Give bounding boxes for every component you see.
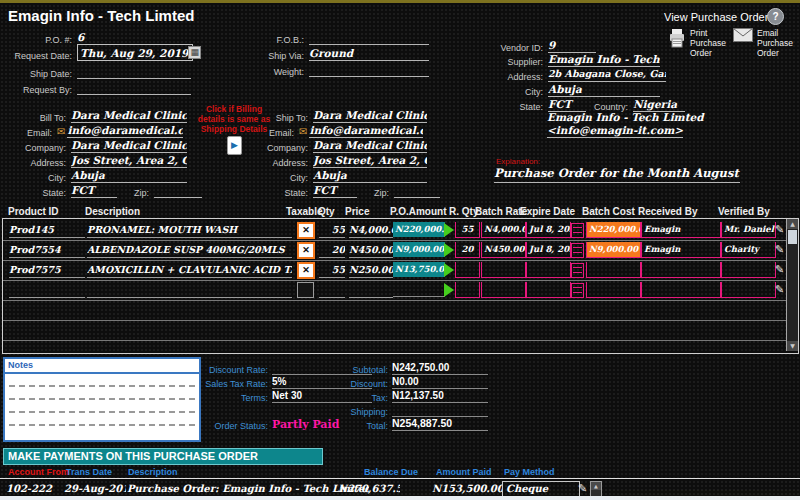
request-date-field[interactable]: Thu, Aug 29, 2019 ▦	[77, 44, 193, 61]
ship-to-name-field[interactable]: Dara Medical Clinic	[313, 108, 427, 123]
ship-company-field[interactable]: Dara Medical Clinic	[313, 138, 427, 153]
ship-via-field[interactable]: Ground	[309, 46, 429, 61]
description-field[interactable]: AMOXICILLIN + CLAVULANIC ACID TAB 625MG	[87, 263, 292, 278]
batch-rate-field[interactable]	[481, 282, 526, 298]
price-field[interactable]	[349, 283, 393, 298]
calendar-icon[interactable]	[571, 243, 584, 258]
bill-city-field[interactable]: Abuja	[71, 168, 187, 183]
vendor-city-field[interactable]: Abuja	[548, 82, 660, 97]
receive-arrow-icon[interactable]	[444, 223, 454, 237]
received-qty-field[interactable]	[455, 282, 480, 298]
ship-zip-field[interactable]	[394, 183, 440, 198]
receive-arrow-icon[interactable]	[444, 263, 454, 277]
bill-zip-field[interactable]	[154, 183, 202, 198]
product-id-field[interactable]: Prod145	[9, 223, 85, 238]
view-purchase-order-link[interactable]: View Purchase Order	[664, 11, 768, 23]
taxable-checkbox[interactable]	[297, 282, 314, 298]
price-field[interactable]: N250.00	[349, 263, 393, 278]
bill-state-field[interactable]: FCT	[71, 183, 117, 198]
ship-address-field[interactable]: Jos Street, Area 2, Garki	[313, 153, 427, 168]
trans-date-field[interactable]: 29-Aug-2019	[64, 482, 126, 497]
qty-field[interactable]: 55	[319, 223, 345, 238]
qty-field[interactable]: 20	[319, 243, 345, 258]
product-id-field[interactable]: Prod7554	[9, 243, 85, 258]
description-field[interactable]: PRONAMEL: MOUTH WASH	[87, 223, 292, 238]
mail-icon[interactable]: ✉	[299, 126, 309, 138]
qty-field[interactable]: 55	[319, 263, 345, 278]
vendor-country-field[interactable]: Nigeria	[633, 97, 685, 112]
supplier-field[interactable]: Emagin Info - Tech Limted	[548, 52, 660, 67]
price-field[interactable]: N4,000.00	[349, 223, 393, 238]
ship-state-field[interactable]: FCT	[313, 183, 357, 198]
qty-field[interactable]	[319, 283, 345, 298]
help-icon[interactable]: ?	[767, 8, 784, 25]
weight-field[interactable]	[309, 62, 429, 77]
bill-address-field[interactable]: Jos Street, Area 2, Garki	[71, 153, 187, 168]
ship-date-field[interactable]	[77, 64, 191, 79]
expire-date-field[interactable]	[526, 282, 571, 298]
scrollbar-thumb[interactable]	[788, 230, 797, 244]
received-qty-field[interactable]	[455, 262, 480, 278]
received-by-field[interactable]: Emagin	[641, 242, 721, 258]
print-purchase-order-button[interactable]: Print Purchase Order	[668, 28, 730, 58]
verified-by-field[interactable]: Mr. Daniel	[721, 222, 776, 238]
vendor-address-field[interactable]: 2b Abagana Close, Garki II, Garki	[548, 67, 666, 82]
calendar-icon[interactable]: ▦	[188, 46, 201, 59]
price-field[interactable]: N450.00	[349, 243, 393, 258]
expire-date-field[interactable]	[526, 262, 571, 278]
account-from-field[interactable]: 102-222	[6, 482, 61, 497]
calendar-icon[interactable]	[571, 263, 584, 278]
copy-billing-button[interactable]: ▶	[227, 136, 242, 155]
receive-arrow-icon[interactable]	[444, 283, 454, 297]
ship-email-field[interactable]: info@daramedical.com	[309, 123, 423, 138]
vendor-state-field[interactable]: FCT	[548, 97, 586, 112]
batch-rate-field[interactable]: N4,000.00	[481, 222, 526, 238]
product-id-field[interactable]: Prod7575	[9, 263, 85, 278]
received-by-field[interactable]: Emagin	[641, 222, 721, 238]
scroll-up-icon[interactable]: ▲	[591, 482, 601, 490]
table-scrollbar[interactable]: ▲ ▼	[786, 219, 798, 351]
description-field[interactable]: ALBENDAZOLE SUSP 400MG/20MLS	[87, 243, 292, 258]
bill-company-field[interactable]: Dara Medical Clinic	[71, 138, 187, 153]
notes-box[interactable]: Notes	[3, 357, 201, 442]
bill-to-name-field[interactable]: Dara Medical Clinic	[71, 108, 187, 123]
receive-arrow-icon[interactable]	[444, 243, 454, 257]
edit-pencil-icon[interactable]: ✎	[775, 263, 784, 277]
verified-by-field[interactable]	[721, 262, 776, 278]
taxable-checkbox[interactable]: ✕	[297, 242, 315, 259]
edit-pencil-icon[interactable]: ✎	[775, 243, 784, 257]
batch-cost-field[interactable]	[586, 282, 641, 298]
scroll-up-icon[interactable]: ▲	[787, 219, 798, 229]
batch-rate-field[interactable]: N450.00	[481, 242, 526, 258]
payment-description-field[interactable]: Purchase Order: Emagin Info - Tech Limte…	[127, 482, 369, 497]
received-by-field[interactable]	[641, 282, 721, 298]
received-by-field[interactable]	[641, 262, 721, 278]
calendar-icon[interactable]	[571, 223, 584, 238]
received-qty-field[interactable]: 55	[455, 222, 480, 238]
po-number-field[interactable]: 6	[77, 30, 191, 45]
verified-by-field[interactable]	[721, 282, 776, 298]
edit-pencil-icon[interactable]: ✎	[775, 283, 784, 297]
fob-field[interactable]	[309, 30, 429, 45]
received-qty-field[interactable]: 20	[455, 242, 480, 258]
shipping-field[interactable]	[392, 403, 488, 417]
calendar-icon[interactable]	[571, 283, 584, 298]
pay-method-field[interactable]: Cheque	[502, 481, 580, 497]
ship-city-field[interactable]: Abuja	[313, 168, 427, 183]
verified-by-field[interactable]: Charity	[721, 242, 776, 258]
vendor-id-field[interactable]: 9	[548, 38, 596, 53]
explanation-field[interactable]: Purchase Order for the Month August	[494, 166, 740, 183]
batch-rate-field[interactable]	[481, 262, 526, 278]
expire-date-field[interactable]: Jul 8, 2020	[526, 242, 571, 258]
expire-date-field[interactable]: Jul 8, 2021	[526, 222, 571, 238]
edit-pencil-icon[interactable]: ✎	[578, 482, 587, 496]
bill-email-field[interactable]: info@daramedical.com	[67, 123, 183, 138]
edit-pencil-icon[interactable]: ✎	[775, 223, 784, 237]
description-field[interactable]	[87, 283, 292, 298]
scroll-down-icon[interactable]: ▼	[787, 341, 798, 351]
taxable-checkbox[interactable]: ✕	[297, 222, 315, 239]
request-by-field[interactable]	[77, 80, 191, 95]
email-purchase-order-button[interactable]: Email Purchase Order	[733, 28, 797, 58]
taxable-checkbox[interactable]: ✕	[297, 262, 315, 279]
mail-icon[interactable]: ✉	[57, 126, 67, 138]
